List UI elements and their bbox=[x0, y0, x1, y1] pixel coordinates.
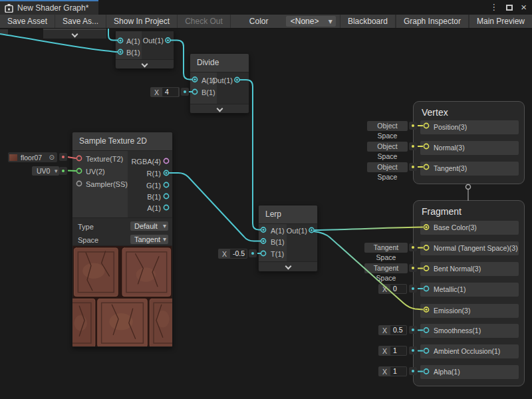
save-asset-button[interactable]: Save Asset bbox=[0, 15, 55, 28]
maximize-icon[interactable] bbox=[506, 5, 513, 11]
smoothness-value-chip: X 0.5 bbox=[378, 325, 407, 335]
vector-dot-icon bbox=[412, 124, 414, 127]
main-preview-toggle-button[interactable]: Main Preview bbox=[469, 15, 532, 28]
collapsed-node-bar[interactable] bbox=[43, 29, 106, 39]
x-label: X bbox=[378, 285, 390, 293]
x-label: X bbox=[150, 88, 162, 96]
fragment-row-alpha[interactable]: Alpha(1) bbox=[420, 365, 519, 379]
node-collapse-button[interactable] bbox=[116, 59, 174, 68]
node-lerp[interactable]: Lerp A(1) B(1) T(1) Out(1) bbox=[258, 205, 318, 271]
x-label: X bbox=[378, 347, 390, 355]
chip-port-cell bbox=[409, 346, 417, 354]
fragment-row-bent-normal[interactable]: Bent Normal(3) bbox=[420, 262, 519, 276]
offscreen-node-sliver bbox=[0, 29, 8, 35]
context-title: Vertex bbox=[414, 102, 524, 118]
port-label: Sampler(SS) bbox=[86, 180, 128, 188]
divide-b-value-chip: X 4 bbox=[150, 87, 180, 97]
texture-object-field[interactable]: floor07 ⊙ bbox=[8, 152, 57, 162]
vertex-row-tangent[interactable]: Tangent(3) bbox=[420, 162, 519, 176]
space-tag[interactable]: Object Space bbox=[367, 121, 408, 131]
color-mode-dropdown[interactable]: <None> bbox=[286, 16, 336, 27]
stack-connector-icon bbox=[466, 185, 471, 190]
space-tag[interactable]: Tangent Space bbox=[364, 243, 408, 253]
fragment-row-smoothness[interactable]: Smoothness(1) bbox=[420, 324, 519, 338]
port-label: Texture(T2) bbox=[86, 155, 123, 163]
space-tag[interactable]: Object Space bbox=[367, 162, 408, 172]
port-label: Out(1) bbox=[212, 76, 233, 84]
block-label: Metallic(1) bbox=[434, 285, 466, 293]
port-label: T(1) bbox=[271, 250, 284, 258]
texture-thumbnail bbox=[9, 154, 17, 161]
texture-preview bbox=[72, 245, 172, 346]
vertex-row-position[interactable]: Position(3) bbox=[420, 120, 519, 134]
fragment-row-normal[interactable]: Normal (Tangent Space)(3) bbox=[420, 241, 519, 255]
fragment-context[interactable]: Fragment Base Color(3) Normal (Tangent S… bbox=[413, 200, 525, 386]
texture-dot-icon bbox=[62, 156, 65, 158]
vector-dot-icon bbox=[412, 166, 414, 168]
vertex-context[interactable]: Vertex Position(3) Normal(3) Tangent(3) bbox=[413, 101, 525, 184]
object-picker-icon[interactable]: ⊙ bbox=[47, 154, 57, 161]
chip-port-cell bbox=[409, 326, 417, 334]
port-label: B(1) bbox=[271, 238, 285, 246]
metallic-value-chip: X 0 bbox=[378, 284, 407, 294]
chip-port-cell bbox=[409, 163, 417, 171]
shader-graph-icon bbox=[5, 4, 13, 13]
fragment-row-metallic[interactable]: Metallic(1) bbox=[420, 283, 519, 297]
value-field[interactable]: 1 bbox=[390, 367, 406, 376]
node-title[interactable]: Divide bbox=[190, 54, 249, 72]
graph-canvas[interactable]: A(1) B(1) Out(1) Divide A(1) B(1) Out(1)… bbox=[0, 29, 532, 399]
close-icon[interactable]: × bbox=[521, 0, 527, 15]
node-sample-texture-2d[interactable]: Sample Texture 2D Texture(T2) UV(2) Samp… bbox=[72, 132, 173, 347]
value-field[interactable]: 4 bbox=[162, 88, 178, 96]
chevron-down-icon[interactable] bbox=[72, 31, 78, 38]
tab-new-shader-graph[interactable]: New Shader Graph* bbox=[0, 0, 98, 15]
node-math1[interactable]: A(1) B(1) Out(1) bbox=[115, 31, 174, 68]
fragment-row-emission[interactable]: Emission(3) bbox=[420, 304, 519, 318]
uv-channel-dropdown[interactable]: UV0 bbox=[32, 166, 59, 176]
port-label: A(1) bbox=[147, 204, 161, 212]
x-label: X bbox=[218, 250, 230, 258]
show-in-project-button[interactable]: Show In Project bbox=[106, 15, 178, 28]
chip-port-cell bbox=[59, 153, 67, 161]
vertex-row-normal[interactable]: Normal(3) bbox=[420, 141, 519, 155]
graph-inspector-toggle-button[interactable]: Graph Inspector bbox=[396, 15, 469, 28]
node-divide[interactable]: Divide A(1) B(1) Out(1) bbox=[190, 53, 249, 113]
menu-dots-icon[interactable]: ⋮ bbox=[489, 0, 498, 15]
space-dropdown[interactable]: Tangent bbox=[130, 235, 168, 244]
node-title[interactable]: Lerp bbox=[259, 205, 317, 224]
node-collapse-button[interactable] bbox=[259, 261, 317, 271]
chevron-down-icon bbox=[216, 106, 223, 112]
port-label: B(1) bbox=[147, 193, 161, 201]
chip-port-cell bbox=[181, 88, 189, 96]
tab-title: New Shader Graph* bbox=[17, 3, 88, 13]
save-as-button[interactable]: Save As... bbox=[55, 15, 106, 28]
space-tag[interactable]: Tangent Space bbox=[364, 263, 408, 273]
block-label: Tangent(3) bbox=[434, 164, 467, 172]
float-dot-icon bbox=[184, 90, 186, 93]
value-field[interactable]: 1 bbox=[390, 346, 406, 355]
ambient-occlusion-value-chip: X 1 bbox=[378, 346, 407, 356]
fragment-row-base-color[interactable]: Base Color(3) bbox=[420, 221, 519, 235]
tab-bar: New Shader Graph* ⋮ × bbox=[0, 0, 532, 15]
space-tag[interactable]: Object Space bbox=[367, 142, 408, 152]
edge-sample-r-to-lerp-b[interactable] bbox=[169, 173, 261, 241]
type-dropdown[interactable]: Default bbox=[130, 221, 168, 231]
node-title[interactable]: Sample Texture 2D bbox=[72, 132, 172, 151]
edge-lerp-to-base-color[interactable] bbox=[315, 227, 423, 231]
port-label: G(1) bbox=[146, 182, 161, 190]
control-label: Type bbox=[78, 223, 94, 231]
fragment-row-ambient-occlusion[interactable]: Ambient Occlusion(1) bbox=[420, 344, 519, 358]
value-field[interactable]: 0.5 bbox=[390, 326, 406, 334]
check-out-button: Check Out bbox=[178, 15, 231, 28]
x-label: X bbox=[378, 327, 390, 334]
value-field[interactable]: 0 bbox=[390, 285, 406, 293]
chevron-down-icon bbox=[142, 61, 148, 68]
color-mode-label: Color Mode bbox=[231, 15, 286, 28]
node-collapse-button[interactable] bbox=[190, 104, 249, 113]
port-label: A(1) bbox=[271, 227, 285, 235]
chevron-down-icon bbox=[285, 263, 291, 270]
value-field[interactable]: -0.5 bbox=[230, 249, 247, 258]
chip-port-cell bbox=[409, 142, 417, 150]
blackboard-toggle-button[interactable]: Blackboard bbox=[340, 15, 396, 28]
port-label: A(1) bbox=[126, 37, 140, 45]
